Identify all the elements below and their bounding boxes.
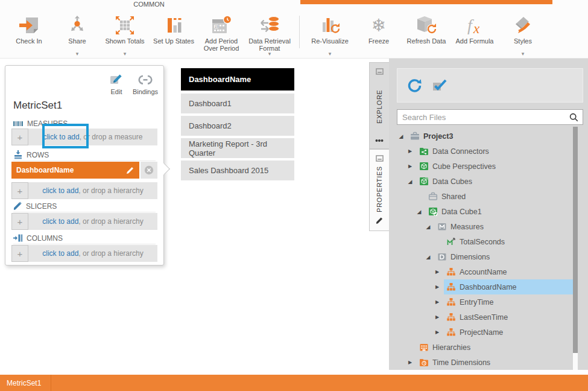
ribbon-button-styles[interactable]: Styles▾	[496, 0, 550, 59]
click-to-add-measure-link[interactable]: click to add	[43, 133, 80, 141]
expanded-arrow-icon[interactable]: ◢	[397, 133, 405, 139]
tree-item[interactable]: ◢Project3	[389, 129, 588, 144]
table-row[interactable]: Marketing Report - 3rd Quarter	[181, 138, 294, 158]
tree-item-content: Data Connectors	[417, 144, 492, 159]
collapsed-arrow-icon[interactable]: ▶	[434, 284, 441, 290]
add-measure-button[interactable]: +	[11, 129, 28, 145]
tree-item[interactable]: TotalSeconds	[389, 234, 588, 249]
bottom-tab-metricset1[interactable]: MetricSet1	[0, 375, 51, 391]
table-row[interactable]: Dashboard1	[181, 94, 294, 113]
ribbon-button-share[interactable]: Share▾	[50, 0, 104, 59]
ribbon-button-add-period[interactable]: 15Add Period Over Period	[194, 0, 248, 59]
ribbon-button-add-formula[interactable]: fxAdd Formula	[447, 0, 502, 59]
tree-item[interactable]: Hierarchies	[389, 340, 588, 355]
properties-pencil-icon	[376, 217, 384, 224]
ribbon-button-set-up-states[interactable]: Set Up States	[147, 0, 201, 59]
bottom-tab-bar: MetricSet1	[0, 375, 588, 391]
tree-item-content: EntryTime	[444, 294, 496, 310]
ribbon-button-re-visualize[interactable]: Re-Visualize▾	[303, 0, 357, 59]
tree-item[interactable]: ▶EntryTime	[389, 294, 588, 310]
file-tree: ◢Project3▶Data Connectors▶Cube Perspecti…	[389, 129, 588, 370]
collapsed-arrow-icon[interactable]: ▶	[434, 269, 441, 275]
table-cell: Sales Dashboard 2015	[189, 166, 268, 175]
tree-item-label: Data Connectors	[432, 147, 489, 156]
collapsed-arrow-icon[interactable]: ▶	[406, 148, 414, 154]
columns-heading-label: COLUMNS	[27, 234, 63, 243]
scrollbar-track[interactable]	[573, 353, 578, 370]
side-tabs: EXPLORE PROPERTIES	[369, 62, 389, 231]
edit-item-pencil-icon[interactable]	[126, 166, 134, 174]
tab-properties[interactable]: PROPERTIES	[369, 149, 389, 231]
ribbon-button-label: Add Period Over Period	[194, 37, 248, 52]
search-input[interactable]	[397, 113, 569, 122]
table-cell: Dashboard1	[189, 99, 232, 108]
columns-drop-zone[interactable]: + click to add, or drop a hierarchy	[11, 245, 157, 262]
tree-item[interactable]: ▶AccountName	[389, 264, 588, 279]
rows-item-dashboardname[interactable]: DashboardName	[11, 162, 139, 179]
bindings-link-icon	[138, 73, 153, 86]
d-box-icon	[437, 252, 447, 261]
tree-item[interactable]: ▶Cube Perspectives	[389, 159, 588, 174]
cube-stack-icon	[419, 177, 429, 186]
bindings-button[interactable]: Bindings	[131, 73, 160, 95]
collapsed-arrow-icon[interactable]: ▶	[434, 314, 441, 320]
tree-item[interactable]: ◢Dimensions	[389, 249, 588, 264]
ribbon-button-label: Re-Visualize	[303, 37, 357, 45]
slicers-section-heading: SLICERS	[13, 200, 156, 212]
tree-item[interactable]: ◢Measures	[389, 219, 588, 234]
add-period-icon: 15	[194, 14, 248, 37]
checkout-icon[interactable]	[432, 78, 447, 93]
shown-totals-icon	[98, 14, 152, 37]
add-row-button[interactable]: +	[11, 182, 28, 199]
tab-explore[interactable]: EXPLORE	[369, 62, 389, 149]
add-column-button[interactable]: +	[11, 245, 28, 262]
remove-item-button[interactable]	[141, 162, 157, 179]
click-to-add-slicer-link[interactable]: click to add	[42, 217, 78, 226]
tree-item-label: Dimensions	[450, 253, 490, 261]
click-to-add-row-link[interactable]: click to add	[42, 186, 78, 195]
ribbon-button-check-in[interactable]: Check In	[2, 0, 56, 59]
click-to-add-column-link[interactable]: click to add	[42, 249, 78, 258]
collapsed-arrow-icon[interactable]: ▶	[434, 329, 441, 335]
collapsed-arrow-icon[interactable]: ▶	[434, 299, 441, 305]
hierarchy-icon	[446, 297, 456, 307]
slicers-drop-text: click to add, or drop a hierarchy	[28, 217, 157, 226]
tree-item[interactable]: ▶Time Dimensions	[389, 355, 588, 370]
properties-tab-label: PROPERTIES	[376, 162, 383, 217]
tree-item[interactable]: ▶DashboardName	[389, 279, 588, 294]
scrollbar-thumb[interactable]	[573, 127, 578, 353]
hierarchy-icon	[446, 282, 456, 291]
tree-item[interactable]: ◢Data Cubes	[389, 174, 588, 189]
expanded-arrow-icon[interactable]: ◢	[406, 179, 414, 185]
slicers-heading-label: SLICERS	[26, 202, 57, 211]
table-row[interactable]: Dashboard2	[181, 116, 294, 136]
columns-drop-text: click to add, or drop a hierarchy	[28, 249, 157, 258]
tree-item[interactable]: ▶Data Connectors	[389, 144, 588, 159]
window-icon	[376, 68, 384, 75]
edit-button[interactable]: Edit	[102, 73, 131, 95]
ribbon-button-freeze[interactable]: ❄Freeze	[352, 0, 406, 59]
ribbon-button-refresh-data[interactable]: Refresh Data	[399, 0, 454, 59]
ribbon-button-data-retrieval[interactable]: Data Retrieval Format▾	[242, 0, 297, 59]
tree-item[interactable]: ▶LastSeenTime	[389, 310, 588, 325]
tree-item[interactable]: ◢Data Cube1	[389, 204, 588, 219]
measures-drop-text: click to add, or drop a measure	[28, 133, 157, 141]
expanded-arrow-icon[interactable]: ◢	[425, 224, 432, 230]
refresh-icon[interactable]	[407, 78, 423, 93]
expanded-arrow-icon[interactable]: ◢	[416, 209, 423, 215]
design-canvas: Edit Bindings MetricSet1 MEASURES + clic…	[0, 59, 389, 375]
search-box	[397, 109, 583, 125]
measures-drop-zone[interactable]: + click to add, or drop a measure	[11, 129, 157, 145]
collapsed-arrow-icon[interactable]: ▶	[406, 360, 414, 365]
ribbon-button-shown-totals[interactable]: Shown Totals▾	[98, 0, 152, 59]
table-row[interactable]: Sales Dashboard 2015	[181, 161, 294, 180]
expanded-arrow-icon[interactable]: ◢	[425, 254, 432, 260]
tree-item[interactable]: Shared	[389, 189, 588, 204]
rows-drop-zone[interactable]: + click to add, or drop a hierarchy	[11, 182, 157, 199]
search-icon[interactable]	[569, 113, 578, 122]
tree-item[interactable]: ▶ProjectName	[389, 325, 588, 340]
add-slicer-button[interactable]: +	[11, 213, 28, 230]
collapsed-arrow-icon[interactable]: ▶	[406, 164, 414, 169]
table-header-dashboardname[interactable]: DashboardName	[181, 68, 294, 91]
slicers-drop-zone[interactable]: + click to add, or drop a hierarchy	[11, 213, 157, 230]
